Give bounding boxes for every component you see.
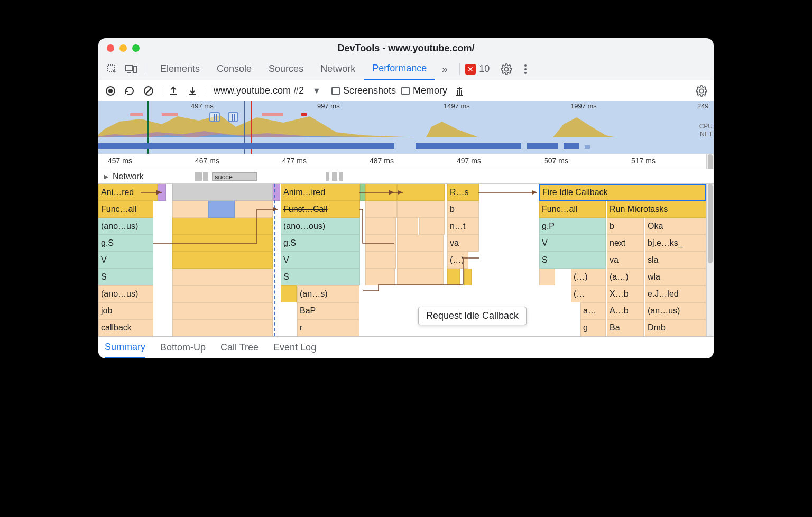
flame-entry[interactable]: Oka <box>645 218 706 235</box>
flame-entry[interactable] <box>397 252 444 269</box>
selection-handle-right[interactable] <box>228 112 238 122</box>
flame-entry[interactable] <box>172 201 208 218</box>
flame-entry[interactable]: A…b <box>607 302 644 319</box>
net-entry-label[interactable]: succe <box>212 172 257 181</box>
flame-entry[interactable]: g.S <box>281 235 360 252</box>
flame-entry[interactable] <box>172 252 273 269</box>
flame-entry[interactable]: Ba <box>607 319 644 336</box>
flame-entry[interactable] <box>419 218 445 235</box>
flame-chart[interactable]: Ani…red Anim…ired R…s Fire Idle Callback… <box>98 184 714 336</box>
tab-calltree[interactable]: Call Tree <box>220 337 259 359</box>
flame-entry[interactable] <box>360 184 365 201</box>
flame-entry[interactable]: next <box>607 235 644 252</box>
net-entry[interactable] <box>332 172 337 181</box>
flame-entry[interactable] <box>172 269 273 285</box>
flame-entry[interactable] <box>365 201 397 218</box>
tab-bottomup[interactable]: Bottom-Up <box>160 337 206 359</box>
record-button[interactable] <box>104 84 117 98</box>
tab-eventlog[interactable]: Event Log <box>273 337 316 359</box>
screenshots-checkbox[interactable]: Screenshots <box>331 85 396 96</box>
upload-icon[interactable] <box>167 84 180 98</box>
flame-entry[interactable]: (an…us) <box>645 302 706 319</box>
flame-entry[interactable] <box>365 218 396 235</box>
flame-entry[interactable] <box>365 269 395 285</box>
flame-entry[interactable]: (an…s) <box>297 285 359 302</box>
flame-entry[interactable] <box>158 184 166 201</box>
flame-entry[interactable]: R…s <box>447 184 479 201</box>
flame-entry[interactable]: va <box>447 235 479 252</box>
device-toggle-icon[interactable] <box>124 62 139 77</box>
flame-entry[interactable] <box>172 285 273 302</box>
flame-entry[interactable]: S <box>281 269 360 285</box>
reload-record-button[interactable] <box>123 84 136 98</box>
flame-entry[interactable]: sla <box>645 252 706 269</box>
flame-entry[interactable]: (a…) <box>607 269 644 285</box>
flame-entry[interactable] <box>172 235 273 252</box>
flame-entry[interactable]: V <box>539 235 606 252</box>
ruler[interactable]: 457 ms 467 ms 477 ms 487 ms 497 ms 507 m… <box>98 154 714 169</box>
net-entry[interactable] <box>203 172 208 181</box>
flame-entry[interactable]: g <box>580 319 606 336</box>
clear-button[interactable] <box>142 84 155 98</box>
inspect-icon[interactable] <box>105 62 119 77</box>
flame-entry[interactable]: va <box>607 252 644 269</box>
download-icon[interactable] <box>186 84 199 98</box>
flame-entry[interactable]: (… <box>571 285 606 302</box>
flame-entry[interactable]: V <box>281 252 360 269</box>
recording-selector-dropdown[interactable]: ▼ <box>312 86 321 96</box>
flame-entry[interactable]: n…t <box>447 218 479 235</box>
flame-entry[interactable]: b <box>607 218 644 235</box>
tab-summary[interactable]: Summary <box>105 337 145 359</box>
flame-entry[interactable]: bj.e…ks_ <box>645 235 706 252</box>
flame-entry[interactable] <box>172 184 273 201</box>
tab-network[interactable]: Network <box>312 58 364 80</box>
net-entry[interactable] <box>195 172 202 181</box>
network-track-header[interactable]: ▶ Network succe <box>98 169 714 184</box>
flame-entry[interactable] <box>397 184 445 201</box>
flame-entry-selected[interactable]: Fire Idle Callback <box>539 184 706 201</box>
flame-entry[interactable]: Anim…ired <box>281 184 360 201</box>
flame-entry[interactable]: V <box>98 252 153 269</box>
flame-entry[interactable] <box>365 252 396 269</box>
flame-entry[interactable] <box>208 201 235 218</box>
flame-entry[interactable]: (ano…ous) <box>281 218 360 235</box>
flame-entry[interactable]: Funct…Call <box>281 201 360 218</box>
error-count-badge[interactable]: ✕ 10 <box>465 63 490 75</box>
flame-entry[interactable]: b <box>447 201 479 218</box>
flame-entry[interactable] <box>447 269 460 285</box>
perf-settings-icon[interactable] <box>695 84 708 98</box>
flame-entry[interactable]: (…) <box>571 269 606 285</box>
flame-entry[interactable] <box>397 235 444 252</box>
flame-entry[interactable]: S <box>98 269 153 285</box>
flame-entry[interactable]: BaP <box>297 302 359 319</box>
flame-entry[interactable] <box>365 184 397 201</box>
flame-entry[interactable] <box>397 218 418 235</box>
timeline-overview[interactable]: 497 ms 997 ms 1497 ms 1997 ms 249 <box>98 101 714 154</box>
flame-entry[interactable]: Dmb <box>645 319 706 336</box>
flame-entry[interactable] <box>397 201 445 218</box>
flame-entry[interactable] <box>397 269 444 285</box>
flame-entry[interactable]: Ani…red <box>98 184 158 201</box>
flame-entry[interactable]: S <box>539 252 606 269</box>
flame-entry[interactable]: (…) <box>447 252 468 269</box>
flame-entry[interactable] <box>464 269 472 285</box>
flame-entry[interactable]: wla <box>645 269 706 285</box>
selection-handle-left[interactable] <box>209 112 220 122</box>
flame-entry[interactable]: Run Microtasks <box>607 201 706 218</box>
tab-sources[interactable]: Sources <box>260 58 312 80</box>
kebab-menu-icon[interactable] <box>518 62 533 77</box>
vertical-scrollbar[interactable] <box>706 154 714 169</box>
flame-entry[interactable]: e.J…led <box>645 285 706 302</box>
flame-entry[interactable] <box>281 285 297 302</box>
flame-entry[interactable]: g.P <box>539 218 606 235</box>
flame-entry[interactable] <box>365 235 396 252</box>
flame-entry[interactable]: a… <box>580 302 606 319</box>
flame-entry[interactable]: r <box>297 319 359 336</box>
garbage-collect-icon[interactable] <box>453 84 466 98</box>
tab-elements[interactable]: Elements <box>152 58 208 80</box>
flame-entry[interactable]: Func…all <box>539 201 606 218</box>
flame-entry[interactable]: job <box>98 302 153 319</box>
flame-entry[interactable] <box>172 302 273 319</box>
flame-entry[interactable] <box>235 201 273 218</box>
flame-entry[interactable]: g.S <box>98 235 153 252</box>
